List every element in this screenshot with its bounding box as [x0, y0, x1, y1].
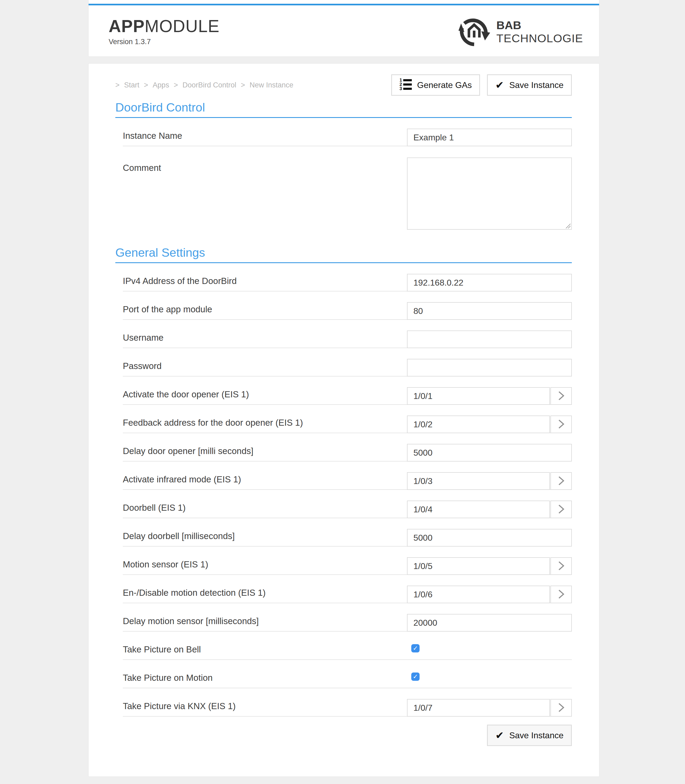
checkmark-icon: ✓: [413, 645, 418, 652]
form-row-take-picture-on-motion: Take Picture on Motion ✓: [123, 660, 572, 688]
breadcrumb: > Start > Apps > DoorBird Control > New …: [115, 81, 293, 89]
section-title-doorbird-control: DoorBird Control: [115, 101, 572, 118]
port-input[interactable]: [407, 302, 572, 320]
brand-logo: BAB TECHNOLOGIE: [458, 15, 583, 49]
chevron-right-icon: [557, 701, 565, 714]
form-row-delay-doorbell: Delay doorbell [milliseconds]: [123, 518, 572, 547]
chevron-right-icon: [557, 390, 565, 402]
delay-motion-sensor-input[interactable]: [407, 614, 572, 632]
app-header: APPMODULE Version 1.3.7: [88, 0, 599, 57]
form-row-password: Password: [123, 348, 572, 376]
delay-door-opener-input[interactable]: [407, 444, 572, 462]
comment-textarea-wrap: [407, 157, 572, 230]
breadcrumb-separator: >: [241, 81, 245, 89]
field-label: Comment: [123, 163, 161, 173]
form-row-take-picture-on-bell: Take Picture on Bell ✓: [123, 632, 572, 660]
username-input[interactable]: [407, 330, 572, 348]
take-picture-on-bell-checkbox[interactable]: ✓: [411, 644, 420, 653]
motion-sensor-ga-input[interactable]: [407, 557, 550, 575]
field-label: Take Picture on Bell: [123, 645, 201, 654]
comment-textarea[interactable]: [407, 157, 572, 230]
field-label: Doorbell (EIS 1): [123, 503, 186, 513]
chevron-right-icon: [557, 560, 565, 572]
checkmark-icon: ✓: [413, 673, 418, 680]
take-picture-via-knx-ga-input[interactable]: [407, 699, 550, 717]
ga-picker-button[interactable]: [550, 586, 572, 603]
app-version: Version 1.3.7: [109, 38, 219, 46]
form-row-activate-door-opener: Activate the door opener (EIS 1): [123, 376, 572, 405]
form-row-comment: Comment: [123, 146, 572, 230]
save-instance-label: Save Instance: [509, 731, 563, 740]
app-title-regular: MODULE: [145, 16, 220, 36]
form-row-ipv4-address: IPv4 Address of the DoorBird: [123, 263, 572, 292]
app-brand: APPMODULE Version 1.3.7: [109, 17, 219, 46]
chevron-right-icon: [557, 418, 565, 431]
ga-picker-button[interactable]: [550, 472, 572, 490]
ga-picker-button[interactable]: [550, 416, 572, 433]
feedback-door-opener-ga-input[interactable]: [407, 416, 550, 433]
field-label: En-/Disable motion detection (EIS 1): [123, 588, 266, 598]
activate-door-opener-ga-input[interactable]: [407, 387, 550, 405]
form-row-enable-motion-detection: En-/Disable motion detection (EIS 1): [123, 575, 572, 603]
field-label: Delay doorbell [milliseconds]: [123, 531, 235, 541]
field-label: Password: [123, 361, 162, 371]
breadcrumb-item-new-instance[interactable]: New Instance: [250, 81, 294, 89]
app-title-bold: APP: [109, 16, 145, 36]
field-label: Delay motion sensor [milliseconds]: [123, 616, 259, 626]
field-label: Delay door opener [milli seconds]: [123, 446, 253, 456]
save-instance-label: Save Instance: [509, 80, 563, 90]
app-title: APPMODULE: [109, 17, 219, 35]
doorbell-ga-input[interactable]: [407, 501, 550, 518]
form-row-port: Port of the app module: [123, 292, 572, 320]
generate-gas-button[interactable]: 1 2 3 Generate GAs: [391, 75, 480, 96]
ga-picker-button[interactable]: [550, 699, 572, 717]
chevron-right-icon: [557, 503, 565, 516]
ga-picker-button[interactable]: [550, 501, 572, 518]
section-title-general-settings: General Settings: [115, 246, 572, 263]
form-row-activate-infrared: Activate infrared mode (EIS 1): [123, 462, 572, 490]
chevron-right-icon: [557, 588, 565, 601]
chevron-right-icon: [557, 475, 565, 488]
field-label: Instance Name: [123, 131, 182, 141]
brand-name: BAB: [496, 19, 583, 32]
field-label: Feedback address for the door opener (EI…: [123, 418, 303, 428]
brand-text: BAB TECHNOLOGIE: [496, 19, 583, 44]
field-label: IPv4 Address of the DoorBird: [123, 276, 237, 286]
form-row-take-picture-via-knx: Take Picture via KNX (EIS 1): [123, 688, 572, 717]
form-row-instance-name: Instance Name: [123, 118, 572, 146]
brand-subname: TECHNOLOGIE: [496, 32, 583, 45]
take-picture-on-motion-checkbox[interactable]: ✓: [411, 672, 420, 681]
accent-bar: [89, 4, 599, 5]
enable-motion-detection-ga-input[interactable]: [407, 586, 550, 603]
form-row-feedback-door-opener: Feedback address for the door opener (EI…: [123, 405, 572, 433]
form-row-username: Username: [123, 320, 572, 348]
generate-gas-label: Generate GAs: [417, 80, 472, 90]
check-icon: ✔: [495, 80, 504, 90]
field-label: Activate the door opener (EIS 1): [123, 389, 249, 400]
save-instance-button-bottom[interactable]: ✔ Save Instance: [487, 725, 572, 746]
field-label: Username: [123, 333, 164, 343]
breadcrumb-item-doorbird-control[interactable]: DoorBird Control: [182, 81, 236, 89]
ga-picker-button[interactable]: [550, 557, 572, 575]
svg-text:3: 3: [399, 86, 402, 90]
ipv4-address-input[interactable]: [407, 274, 572, 292]
breadcrumb-separator: >: [115, 81, 120, 89]
breadcrumb-item-start[interactable]: Start: [124, 81, 140, 89]
ordered-list-icon: 1 2 3: [399, 78, 412, 92]
activate-infrared-ga-input[interactable]: [407, 472, 550, 490]
form-row-delay-door-opener: Delay door opener [milli seconds]: [123, 433, 572, 462]
form-row-delay-motion-sensor: Delay motion sensor [milliseconds]: [123, 603, 572, 632]
delay-doorbell-input[interactable]: [407, 529, 572, 547]
instance-name-input[interactable]: [407, 129, 572, 146]
house-cycle-logo-icon: [458, 15, 490, 49]
breadcrumb-separator: >: [144, 81, 148, 89]
content-card: > Start > Apps > DoorBird Control > New …: [88, 63, 599, 777]
save-instance-button-top[interactable]: ✔ Save Instance: [487, 75, 572, 96]
breadcrumb-item-apps[interactable]: Apps: [153, 81, 169, 89]
field-label: Take Picture via KNX (EIS 1): [123, 701, 236, 711]
ga-picker-button[interactable]: [550, 387, 572, 405]
password-input[interactable]: [407, 359, 572, 376]
form-row-motion-sensor: Motion sensor (EIS 1): [123, 547, 572, 575]
field-label: Activate infrared mode (EIS 1): [123, 475, 241, 484]
check-icon: ✔: [495, 730, 504, 740]
